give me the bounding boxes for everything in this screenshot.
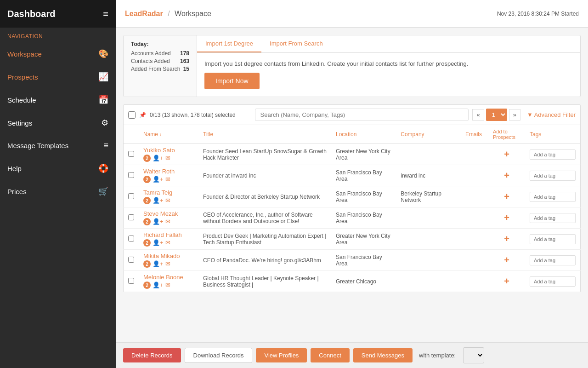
- message-templates-icon: ≡: [103, 141, 108, 150]
- schedule-icon: 📅: [98, 95, 108, 105]
- table-header-row: Name Title Location Company Emails Add t…: [124, 125, 581, 144]
- row-checkbox[interactable]: [128, 151, 134, 157]
- contact-name[interactable]: Yukiko Sato: [143, 147, 194, 154]
- contact-name[interactable]: Mikita Mikado: [143, 253, 194, 259]
- row-location-cell: San Francisco Bay Area: [331, 250, 396, 271]
- row-name-cell: Steve Mezak 2 👤+ ✉: [139, 207, 198, 229]
- add-prospects-button[interactable]: +: [504, 149, 509, 159]
- email-icon[interactable]: ✉: [165, 176, 170, 183]
- contact-badge: 2: [143, 282, 151, 289]
- search-input[interactable]: [255, 109, 469, 121]
- send-messages-button[interactable]: Send Messages: [353, 348, 413, 362]
- sidebar-item-help[interactable]: Help 🛟: [0, 157, 116, 180]
- view-profiles-button[interactable]: View Profiles: [256, 348, 307, 362]
- contact-actions: 2 👤+ ✉: [143, 218, 194, 225]
- accounts-added-label: Accounts Added: [131, 50, 171, 57]
- bottom-bar: Delete Records Download Records View Pro…: [116, 342, 588, 368]
- settings-icon: ⚙: [101, 118, 108, 128]
- col-name-header[interactable]: Name: [139, 125, 198, 144]
- tag-input[interactable]: [530, 276, 576, 287]
- contacts-added-value: 163: [180, 58, 189, 64]
- add-contact-icon[interactable]: 👤+: [153, 197, 164, 204]
- app-title: Dashboard: [7, 9, 55, 19]
- row-checkbox[interactable]: [128, 193, 134, 199]
- add-prospects-button[interactable]: +: [504, 191, 509, 201]
- tag-input[interactable]: [530, 171, 576, 181]
- row-checkbox[interactable]: [128, 257, 134, 263]
- row-tags-cell: [525, 186, 581, 207]
- email-icon[interactable]: ✉: [165, 218, 170, 225]
- connect-button[interactable]: Connect: [311, 348, 349, 362]
- sidebar-item-prospects[interactable]: Prospects 📈: [0, 65, 116, 88]
- row-checkbox-cell: [124, 207, 139, 229]
- sidebar-item-workspace[interactable]: Workspace 🎨: [0, 42, 116, 65]
- content-area: Today: Accounts Added 178 Contacts Added…: [116, 28, 588, 342]
- sidebar-item-label: Prospects: [7, 73, 38, 81]
- hamburger-icon[interactable]: ≡: [103, 9, 108, 19]
- contact-name[interactable]: Melonie Boone: [143, 274, 194, 281]
- row-emails-cell: [461, 186, 488, 207]
- row-checkbox[interactable]: [128, 172, 134, 178]
- row-tags-cell: [525, 144, 581, 165]
- row-name-cell: Melonie Boone 2 👤+ ✉: [139, 271, 198, 292]
- row-checkbox-cell: [124, 144, 139, 165]
- add-prospects-button[interactable]: +: [504, 255, 509, 265]
- tag-input[interactable]: [530, 234, 576, 244]
- row-company-cell: [396, 207, 461, 229]
- delete-records-button[interactable]: Delete Records: [123, 348, 181, 362]
- tag-input[interactable]: [530, 150, 576, 160]
- sidebar-item-prices[interactable]: Prices 🛒: [0, 180, 116, 203]
- col-emails-header: Emails: [461, 125, 488, 144]
- page-prev-button[interactable]: «: [472, 109, 484, 121]
- add-prospects-button[interactable]: +: [504, 170, 509, 180]
- page-next-button[interactable]: »: [509, 109, 520, 121]
- contact-name[interactable]: Walter Roth: [143, 168, 194, 175]
- add-contact-icon[interactable]: 👤+: [153, 282, 164, 289]
- add-contact-icon[interactable]: 👤+: [153, 260, 164, 268]
- email-icon[interactable]: ✉: [165, 260, 170, 268]
- table-toolbar: 📌 0/13 (13 shown, 178 total) selected « …: [123, 104, 581, 125]
- row-checkbox[interactable]: [128, 278, 134, 284]
- sidebar-item-label: Help: [7, 165, 22, 172]
- tab-import-1st-degree[interactable]: Import 1st Degree: [197, 35, 261, 52]
- contact-name[interactable]: Steve Mezak: [143, 210, 194, 217]
- tag-input[interactable]: [530, 213, 576, 223]
- row-name-cell: Tamra Teig 2 👤+ ✉: [139, 186, 198, 207]
- tag-input[interactable]: [530, 192, 576, 202]
- import-now-button[interactable]: Import Now: [204, 73, 260, 89]
- advanced-filter-button[interactable]: ▼ Advanced Filter: [527, 111, 576, 118]
- row-checkbox[interactable]: [128, 214, 134, 220]
- email-icon[interactable]: ✉: [165, 197, 170, 204]
- page-num-select[interactable]: 1 2 3: [486, 109, 507, 121]
- contact-badge: 2: [143, 218, 151, 225]
- row-checkbox[interactable]: [128, 236, 134, 242]
- col-tags-header: Tags: [525, 125, 581, 144]
- import-description: Import you 1st degree contacts from Link…: [204, 60, 573, 67]
- tag-input[interactable]: [530, 255, 576, 265]
- add-prospects-button[interactable]: +: [504, 213, 509, 223]
- add-contact-icon[interactable]: 👤+: [153, 155, 164, 162]
- template-select[interactable]: [463, 347, 484, 363]
- row-tags-cell: [525, 250, 581, 271]
- download-records-button[interactable]: Download Records: [185, 348, 253, 363]
- tab-import-from-search[interactable]: Import From Search: [261, 35, 331, 52]
- add-contact-icon[interactable]: 👤+: [153, 176, 164, 183]
- add-contact-icon[interactable]: 👤+: [153, 239, 164, 247]
- add-contact-icon[interactable]: 👤+: [153, 218, 164, 225]
- email-icon[interactable]: ✉: [165, 239, 170, 247]
- email-icon[interactable]: ✉: [165, 155, 170, 162]
- row-name-cell: Richard Fallah 2 👤+ ✉: [139, 229, 198, 250]
- email-icon[interactable]: ✉: [165, 282, 170, 289]
- sidebar-item-schedule[interactable]: Schedule 📅: [0, 88, 116, 111]
- sidebar-item-settings[interactable]: Settings ⚙: [0, 111, 116, 134]
- select-all-checkbox[interactable]: [128, 111, 136, 119]
- row-name-cell: Walter Roth 2 👤+ ✉: [139, 165, 198, 186]
- row-company-cell: [396, 144, 461, 165]
- added-from-search-value: 15: [183, 66, 189, 72]
- add-prospects-button[interactable]: +: [504, 234, 509, 244]
- sidebar-item-message-templates[interactable]: Message Templates ≡: [0, 134, 116, 157]
- col-location-header: Location: [331, 125, 396, 144]
- contact-name[interactable]: Richard Fallah: [143, 231, 194, 238]
- contact-name[interactable]: Tamra Teig: [143, 189, 194, 196]
- add-prospects-button[interactable]: +: [504, 276, 509, 286]
